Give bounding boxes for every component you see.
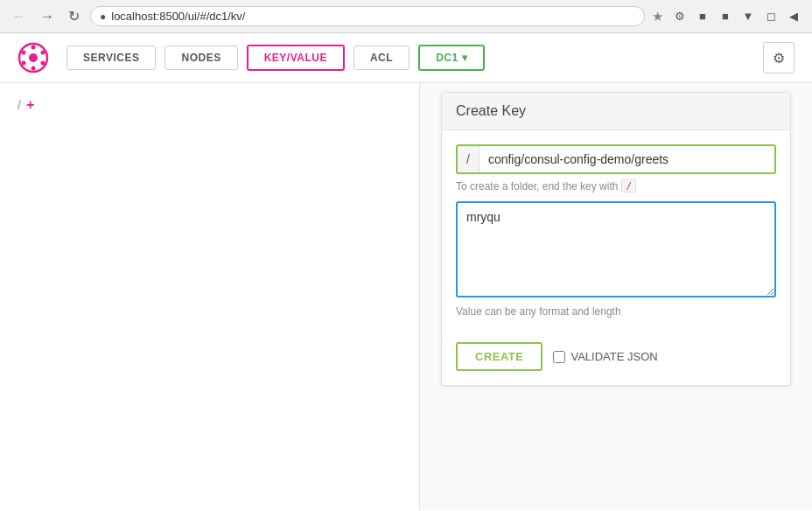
card-footer: CREATE VALIDATE JSON xyxy=(442,342,790,385)
key-input-row: / xyxy=(456,144,776,174)
ext-btn-5[interactable]: ◻ xyxy=(761,7,780,26)
folder-hint: To create a folder, end the key with / xyxy=(456,179,776,192)
value-hint: Value can be any format and length xyxy=(456,305,776,318)
svg-point-3 xyxy=(41,51,46,55)
card-body: / To create a folder, end the key with /… xyxy=(442,130,790,342)
svg-point-1 xyxy=(29,53,38,62)
card-title: Create Key xyxy=(442,93,790,130)
services-nav-btn[interactable]: SERVICES xyxy=(66,46,156,70)
app-header: SERVICES NODES KEY/VALUE ACL DC1 ▾ ⚙ xyxy=(0,33,812,83)
settings-button[interactable]: ⚙ xyxy=(763,42,794,74)
create-key-card: Create Key / To create a folder, end the… xyxy=(441,92,791,386)
back-button[interactable]: ← xyxy=(9,7,30,26)
keyvalue-nav-btn[interactable]: KEY/VALUE xyxy=(247,45,345,71)
breadcrumb: / + xyxy=(18,97,402,113)
validate-json-label: VALIDATE JSON xyxy=(570,350,657,363)
svg-point-7 xyxy=(22,51,26,55)
extensions-area: ⚙ ■ ■ ▼ ◻ ◀ xyxy=(670,7,803,26)
svg-point-4 xyxy=(41,61,46,66)
browser-chrome: ← → ↻ ● localhost:8500/ui/#/dc1/kv/ ★ ⚙ … xyxy=(0,0,812,33)
dropdown-icon: ▾ xyxy=(462,52,468,64)
ext-btn-6[interactable]: ◀ xyxy=(784,7,803,26)
bookmark-icon[interactable]: ★ xyxy=(652,9,663,24)
svg-point-6 xyxy=(22,61,26,66)
add-key-btn[interactable]: + xyxy=(26,97,34,113)
url-bar[interactable]: ● localhost:8500/ui/#/dc1/kv/ xyxy=(90,6,645,26)
key-input[interactable] xyxy=(480,146,774,172)
dc-nav-btn[interactable]: DC1 ▾ xyxy=(418,45,485,71)
lock-icon: ● xyxy=(100,10,106,23)
value-textarea[interactable]: mryqu xyxy=(456,201,776,298)
left-panel: / + xyxy=(0,83,420,510)
main-content: / + Create Key / To create a folder, end… xyxy=(0,83,812,510)
validate-row: VALIDATE JSON xyxy=(553,350,657,363)
acl-nav-btn[interactable]: ACL xyxy=(354,46,410,70)
forward-button[interactable]: → xyxy=(37,7,58,26)
create-button[interactable]: CREATE xyxy=(456,342,542,371)
ext-btn-2[interactable]: ■ xyxy=(693,7,712,26)
consul-logo xyxy=(18,42,49,74)
breadcrumb-slash: / xyxy=(18,98,21,112)
right-panel: Create Key / To create a folder, end the… xyxy=(420,83,812,510)
reload-button[interactable]: ↻ xyxy=(65,6,83,26)
slash-badge: / xyxy=(621,179,636,192)
url-text: localhost:8500/ui/#/dc1/kv/ xyxy=(111,10,245,23)
ext-btn-4[interactable]: ▼ xyxy=(738,7,758,26)
key-prefix: / xyxy=(458,146,480,172)
nodes-nav-btn[interactable]: NODES xyxy=(164,46,237,70)
svg-point-5 xyxy=(32,66,36,71)
validate-json-checkbox[interactable] xyxy=(553,351,565,363)
ext-btn-3[interactable]: ■ xyxy=(716,7,735,26)
ext-btn-1[interactable]: ⚙ xyxy=(670,7,690,26)
svg-point-2 xyxy=(32,46,36,50)
